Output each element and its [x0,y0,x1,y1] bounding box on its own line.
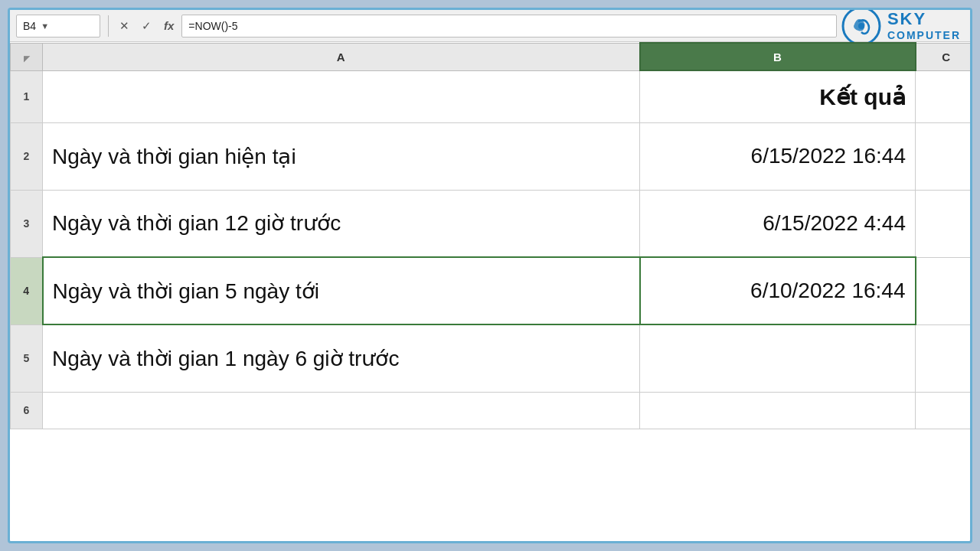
table-row: 1 Kết quả [11,70,971,122]
table-row: 2 Ngày và thời gian hiện tại 6/15/2022 1… [11,122,971,190]
cell-a2[interactable]: Ngày và thời gian hiện tại [43,122,640,190]
column-header-a[interactable]: A [43,43,640,70]
column-header-b[interactable]: B [640,43,916,70]
formula-icons-group: ✕ ✓ fx [116,18,177,34]
cell-a6[interactable] [43,392,640,429]
corner-header: ◤ [11,43,43,70]
cell-a5[interactable]: Ngày và thời gian 1 ngày 6 giờ trước [43,324,640,392]
cancel-formula-icon[interactable]: ✕ [116,18,132,34]
cell-a4[interactable]: Ngày và thời gian 5 ngày tới [43,257,640,324]
cell-a1[interactable] [43,70,640,122]
formula-text: =NOW()-5 [188,20,237,32]
row-number: 2 [11,122,43,190]
sky-computer-logo-icon [841,8,881,46]
cell-reference-box[interactable]: B4 ▼ [16,15,100,37]
cell-c4[interactable] [916,257,971,324]
cell-c6[interactable] [916,392,971,429]
cell-b5[interactable] [640,324,916,392]
cell-ref-value: B4 [23,20,36,32]
row-number: 1 [11,70,43,122]
cell-b2[interactable]: 6/15/2022 16:44 [640,122,916,190]
confirm-formula-icon[interactable]: ✓ [139,18,155,34]
formula-input[interactable]: =NOW()-5 [181,15,837,37]
column-header-row: ◤ A B C [11,43,971,70]
table-row: 4 Ngày và thời gian 5 ngày tới 6/10/2022… [11,257,971,324]
table-row: 3 Ngày và thời gian 12 giờ trước 6/15/20… [11,190,971,257]
cell-b1[interactable]: Kết quả [640,70,916,122]
table-row: 6 [11,392,971,429]
cell-a3[interactable]: Ngày và thời gian 12 giờ trước [43,190,640,257]
row-number: 6 [11,392,43,429]
cell-c5[interactable] [916,324,971,392]
logo-computer-text: COMPUTER [887,29,961,42]
column-header-c[interactable]: C [916,43,971,70]
cell-ref-dropdown-icon[interactable]: ▼ [41,21,49,31]
logo-area: SKY COMPUTER [841,8,964,46]
spreadsheet-area: ◤ A B C 1 Kết quả 2 Ngày và t [10,42,970,541]
cell-c1[interactable] [916,70,971,122]
spreadsheet-table: ◤ A B C 1 Kết quả 2 Ngày và t [10,42,970,429]
row-number: 3 [11,190,43,257]
fx-icon[interactable]: fx [164,19,174,32]
table-row: 5 Ngày và thời gian 1 ngày 6 giờ trước [11,324,971,392]
spreadsheet-window: B4 ▼ ✕ ✓ fx =NOW()-5 SKY COMPUTER [8,8,972,543]
cell-b6[interactable] [640,392,916,429]
formula-bar-divider [108,15,109,37]
svg-point-1 [858,23,864,29]
logo-text-group: SKY COMPUTER [887,9,961,42]
row-number: 4 [11,257,43,324]
cell-b3[interactable]: 6/15/2022 4:44 [640,190,916,257]
cell-c2[interactable] [916,122,971,190]
cell-c3[interactable] [916,190,971,257]
logo-sky-text: SKY [887,9,961,29]
cell-b4[interactable]: 6/10/2022 16:44 [640,257,916,324]
formula-bar: B4 ▼ ✕ ✓ fx =NOW()-5 SKY COMPUTER [10,10,970,42]
row-number: 5 [11,324,43,392]
